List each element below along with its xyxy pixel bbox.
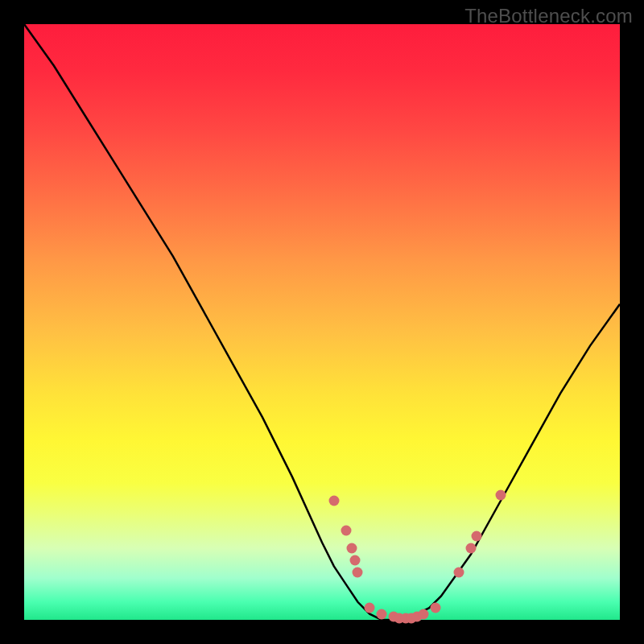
curve-marker-dot (430, 603, 440, 613)
curve-marker-dot (353, 567, 363, 577)
curve-marker-dot (377, 609, 387, 619)
curve-marker-dot (454, 567, 464, 577)
watermark-label: TheBottleneck.com (464, 5, 633, 27)
curve-marker-dot (472, 531, 482, 542)
curve-marker-dot (496, 489, 506, 500)
chart-plot-area (24, 24, 620, 620)
curve-marker-dot (341, 526, 351, 536)
curve-marker-dot (418, 609, 428, 619)
curve-marker-dot (365, 603, 375, 613)
curve-marker-dot (328, 496, 339, 506)
curve-marker-dot (349, 555, 360, 566)
curve-marker-dot (347, 543, 357, 554)
bottleneck-curve (24, 24, 620, 620)
curve-marker-dot (466, 543, 477, 554)
